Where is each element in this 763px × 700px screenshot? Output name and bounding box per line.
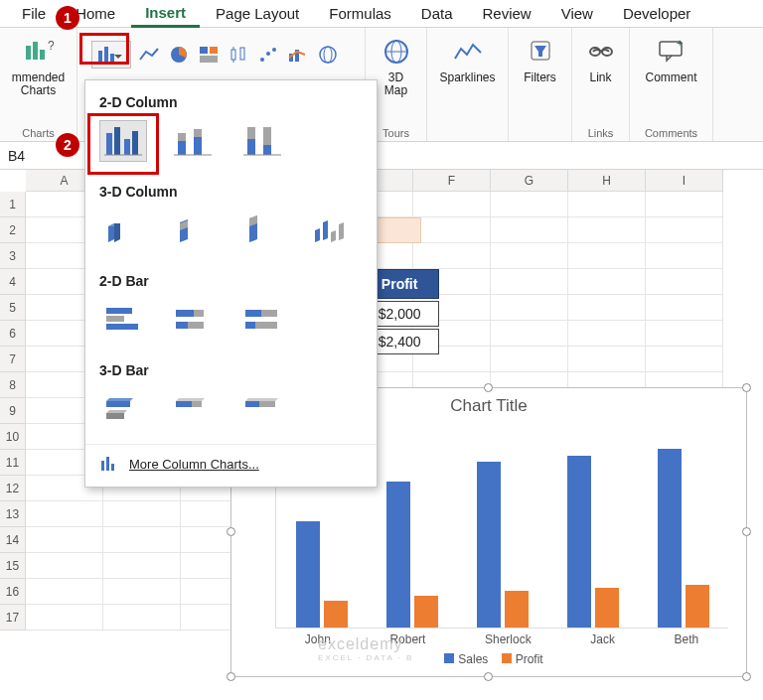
row-4[interactable]: 4 — [0, 269, 26, 295]
3d-100-stacked-bar-option[interactable] — [238, 388, 286, 430]
cell[interactable] — [491, 295, 568, 321]
bar-profit[interactable] — [595, 588, 619, 628]
row-9[interactable]: 9 — [0, 398, 26, 424]
combo-chart-button[interactable] — [286, 43, 310, 67]
cell[interactable] — [491, 269, 568, 295]
cell[interactable] — [491, 243, 568, 269]
row-14[interactable]: 14 — [0, 527, 26, 553]
cell[interactable] — [646, 347, 723, 372]
row-6[interactable]: 6 — [0, 321, 26, 347]
cell[interactable] — [103, 527, 181, 553]
resize-handle[interactable] — [227, 527, 235, 536]
tab-insert[interactable]: Insert — [131, 0, 200, 28]
tab-page-layout[interactable]: Page Layout — [202, 1, 313, 26]
clustered-column-option[interactable] — [99, 120, 147, 162]
resize-handle[interactable] — [742, 527, 751, 536]
col-F[interactable]: F — [413, 170, 491, 192]
col-G[interactable]: G — [491, 170, 568, 192]
cell[interactable] — [103, 579, 181, 605]
row-5[interactable]: 5 — [0, 295, 26, 321]
sparklines-button[interactable]: Sparklines — [433, 32, 501, 88]
cell[interactable] — [26, 527, 103, 553]
clustered-bar-option[interactable] — [99, 299, 147, 341]
bar-sales[interactable] — [658, 449, 682, 628]
row-15[interactable]: 15 — [0, 553, 26, 579]
100-stacked-bar-option[interactable] — [238, 299, 286, 341]
cell[interactable] — [26, 501, 103, 527]
resize-handle[interactable] — [484, 672, 493, 681]
more-column-charts-button[interactable]: More Column Charts... — [85, 444, 377, 477]
bar-group[interactable] — [296, 521, 348, 628]
cell[interactable] — [491, 217, 568, 243]
bar-sales[interactable] — [296, 521, 320, 628]
hierarchy-chart-button[interactable] — [197, 43, 221, 67]
tab-developer[interactable]: Developer — [609, 1, 704, 26]
filters-button[interactable]: Filters — [518, 32, 562, 88]
3d-100-stacked-column-option[interactable] — [238, 210, 286, 251]
bar-profit[interactable] — [505, 591, 529, 628]
cell[interactable] — [413, 243, 491, 269]
3d-map-button[interactable]: 3D Map — [375, 32, 418, 101]
bar-group[interactable] — [477, 462, 529, 628]
bar-profit[interactable] — [324, 601, 348, 628]
row-2[interactable]: 2 — [0, 217, 26, 243]
scatter-chart-button[interactable] — [256, 43, 280, 67]
tab-file[interactable]: File — [8, 1, 60, 26]
stacked-column-option[interactable] — [169, 120, 217, 162]
3d-column-option[interactable] — [308, 210, 356, 251]
col-H[interactable]: H — [568, 170, 646, 192]
cell[interactable] — [646, 192, 723, 217]
row-11[interactable]: 11 — [0, 450, 26, 476]
tab-view[interactable]: View — [547, 1, 607, 26]
resize-handle[interactable] — [742, 672, 751, 681]
cell[interactable] — [568, 321, 646, 347]
3d-stacked-bar-option[interactable] — [169, 388, 217, 430]
column-chart-button[interactable] — [91, 41, 131, 69]
col-I[interactable]: I — [646, 170, 723, 192]
tab-data[interactable]: Data — [407, 1, 467, 26]
cell[interactable] — [413, 217, 491, 243]
cell[interactable] — [26, 579, 103, 605]
statistic-chart-button[interactable] — [227, 43, 250, 67]
cell[interactable] — [26, 605, 103, 630]
bar-group[interactable] — [386, 482, 438, 628]
bar-sales[interactable] — [386, 482, 410, 628]
row-8[interactable]: 8 — [0, 372, 26, 398]
maps-button[interactable] — [316, 43, 340, 67]
cell[interactable] — [568, 269, 646, 295]
cell[interactable] — [103, 501, 181, 527]
cell[interactable] — [103, 553, 181, 579]
bar-sales[interactable] — [477, 462, 501, 628]
cell[interactable] — [413, 192, 491, 217]
cell[interactable] — [491, 321, 568, 347]
bar-sales[interactable] — [567, 456, 591, 628]
row-3[interactable]: 3 — [0, 243, 26, 269]
100-stacked-column-option[interactable] — [238, 120, 286, 162]
link-button[interactable]: Link — [579, 32, 623, 88]
cell[interactable] — [646, 243, 723, 269]
row-1[interactable]: 1 — [0, 192, 26, 217]
cell[interactable] — [103, 605, 181, 630]
cell[interactable] — [646, 217, 723, 243]
recommended-charts-button[interactable]: ? mmended Charts — [6, 32, 71, 101]
bar-profit[interactable] — [414, 596, 438, 628]
cell[interactable] — [646, 321, 723, 347]
3d-stacked-column-option[interactable] — [169, 210, 217, 251]
cell[interactable] — [646, 295, 723, 321]
bar-group[interactable] — [567, 456, 619, 628]
row-10[interactable]: 10 — [0, 424, 26, 450]
tab-formulas[interactable]: Formulas — [315, 1, 405, 26]
row-12[interactable]: 12 — [0, 476, 26, 501]
tab-review[interactable]: Review — [469, 1, 545, 26]
bar-profit[interactable] — [686, 585, 709, 628]
cell[interactable] — [568, 347, 646, 372]
3d-clustered-column-option[interactable] — [99, 210, 147, 251]
bar-group[interactable] — [658, 449, 709, 628]
cell[interactable] — [491, 192, 568, 217]
resize-handle[interactable] — [227, 672, 235, 681]
resize-handle[interactable] — [484, 383, 493, 392]
cell[interactable] — [491, 347, 568, 372]
row-16[interactable]: 16 — [0, 579, 26, 605]
row-17[interactable]: 17 — [0, 605, 26, 630]
cell[interactable] — [568, 192, 646, 217]
